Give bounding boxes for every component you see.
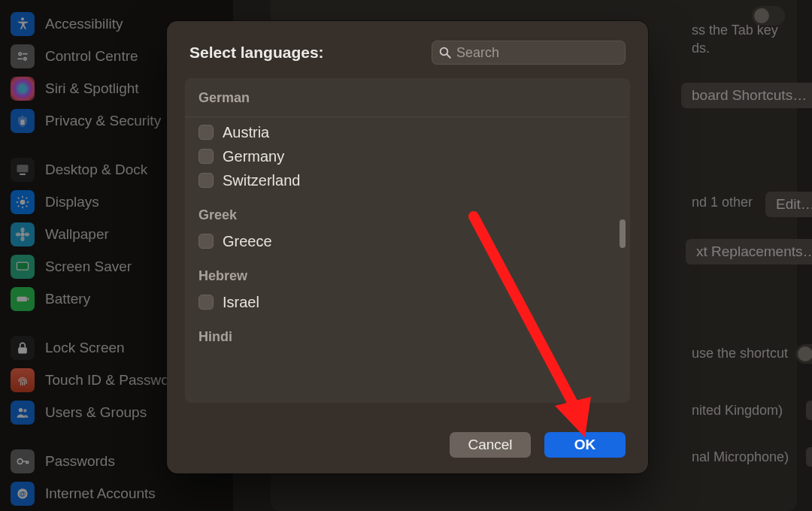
language-row[interactable]: Switzerland (185, 168, 627, 192)
language-checkbox[interactable] (198, 234, 214, 249)
language-row[interactable]: Greece (185, 229, 627, 253)
language-group-header: Greek (185, 192, 627, 229)
cancel-button[interactable]: Cancel (450, 432, 531, 458)
language-label: Israel (223, 294, 259, 311)
language-label: Germany (223, 148, 284, 165)
language-row[interactable]: Israel (185, 290, 627, 314)
language-group-header: German (185, 78, 627, 112)
group-separator (185, 116, 627, 117)
language-checkbox[interactable] (198, 125, 214, 140)
language-row[interactable]: Germany (185, 144, 627, 168)
language-group-header: Hindi (185, 314, 627, 351)
language-checkbox[interactable] (198, 295, 214, 310)
language-list-scroll[interactable]: GermanAustriaGermanySwitzerlandGreekGree… (185, 78, 630, 403)
svg-line-32 (447, 54, 450, 57)
language-row[interactable]: Austria (185, 120, 627, 144)
search-icon (438, 46, 452, 59)
ok-button[interactable]: OK (544, 432, 626, 458)
scrollbar-thumb[interactable] (620, 219, 626, 248)
select-languages-dialog: Select languages: GermanAustriaGermanySw… (167, 21, 648, 473)
language-group-header: Hebrew (185, 253, 627, 290)
language-label: Austria (223, 124, 269, 141)
language-list: GermanAustriaGermanySwitzerlandGreekGree… (185, 78, 630, 403)
dialog-title: Select languages: (189, 44, 324, 62)
language-checkbox[interactable] (198, 173, 214, 188)
search-field-wrap[interactable] (432, 41, 626, 65)
language-label: Switzerland (223, 172, 300, 189)
language-label: Greece (223, 233, 272, 250)
language-checkbox[interactable] (198, 149, 214, 164)
search-input[interactable] (456, 45, 631, 61)
